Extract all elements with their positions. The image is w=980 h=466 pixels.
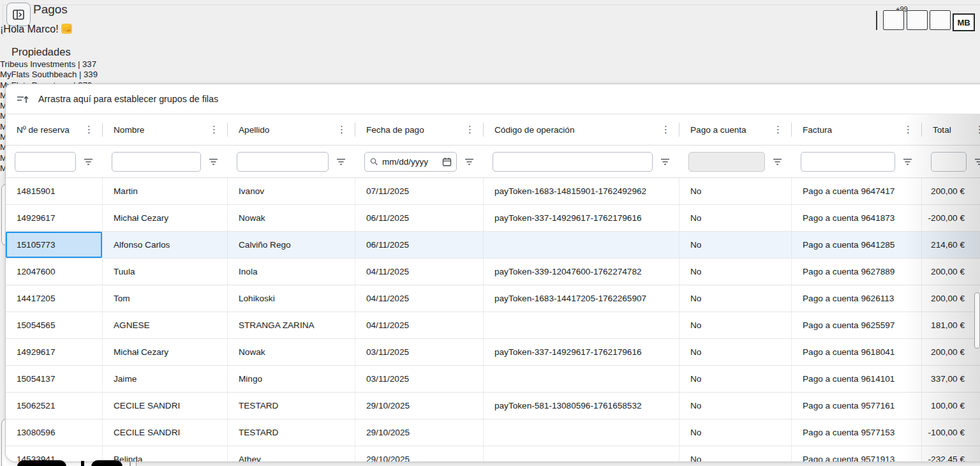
- user-avatar[interactable]: MB: [953, 13, 975, 31]
- column-header-reserva[interactable]: Nº de reserva⋮: [6, 114, 103, 145]
- column-menu-icon[interactable]: ⋮: [657, 124, 674, 135]
- table-row[interactable]: 15105773Alfonso CarlosCalviño Rego06/11/…: [6, 232, 980, 259]
- cell-codigo[interactable]: [484, 419, 679, 446]
- cell-codigo[interactable]: payToken-1683-14417205-1762265907: [484, 285, 679, 312]
- column-header-pago_cuenta[interactable]: Pago a cuenta⋮: [679, 114, 792, 145]
- calendar-icon[interactable]: [442, 157, 452, 167]
- vertical-scrollbar-thumb[interactable]: [974, 292, 980, 349]
- bottom-button-2[interactable]: [91, 460, 122, 466]
- cell-pago_cuenta[interactable]: No: [679, 393, 792, 419]
- cell-nombre[interactable]: AGNESE: [103, 312, 228, 338]
- cell-factura[interactable]: Pago a cuenta 9627889: [792, 259, 922, 285]
- table-row[interactable]: 14533941BelindaAthey29/10/2025NoPago a c…: [6, 446, 980, 462]
- cell-reserva[interactable]: 15054137: [6, 366, 103, 392]
- cell-reserva[interactable]: 12047600: [6, 259, 103, 285]
- filter-button-factura[interactable]: [902, 157, 913, 167]
- cell-apellido[interactable]: Athey: [228, 446, 355, 462]
- column-header-nombre[interactable]: Nombre⋮: [103, 114, 228, 145]
- cell-codigo[interactable]: [484, 446, 679, 462]
- filter-input-factura[interactable]: [801, 152, 895, 172]
- filter-button-reserva[interactable]: [83, 157, 94, 167]
- cell-reserva[interactable]: 13080596: [6, 419, 103, 446]
- cell-reserva[interactable]: 15105773: [6, 232, 103, 258]
- filter-button-pago_cuenta[interactable]: [772, 157, 783, 167]
- header-action-button-3[interactable]: [930, 10, 951, 30]
- cell-codigo[interactable]: payToken-337-14929617-1762179616: [484, 205, 679, 231]
- cell-nombre[interactable]: Jaime: [103, 366, 228, 392]
- cell-pago_cuenta[interactable]: No: [679, 339, 792, 365]
- cell-nombre[interactable]: Michał Cezary: [103, 339, 228, 365]
- cell-pago_cuenta[interactable]: No: [679, 446, 792, 462]
- table-row[interactable]: 13080596CECILE SANDRITESTARD29/10/2025No…: [6, 419, 980, 446]
- filter-input-codigo[interactable]: [493, 152, 653, 172]
- cell-reserva[interactable]: 15054565: [6, 312, 103, 338]
- cell-reserva[interactable]: 15062521: [6, 393, 103, 419]
- table-row[interactable]: 15062521CECILE SANDRITESTARD29/10/2025pa…: [6, 393, 980, 419]
- cell-total[interactable]: -100,00 €: [922, 419, 980, 446]
- cell-total[interactable]: 200,00 €: [922, 259, 980, 285]
- cell-nombre[interactable]: Martin: [103, 178, 228, 204]
- table-row[interactable]: 14929617Michał CezaryNowak06/11/2025payT…: [6, 205, 980, 232]
- property-item[interactable]: Tribeus Investments | 337: [0, 59, 98, 70]
- column-menu-icon[interactable]: ⋮: [769, 124, 787, 135]
- filter-input-total[interactable]: [931, 152, 967, 172]
- cell-nombre[interactable]: CECILE SANDRI: [103, 419, 228, 446]
- cell-codigo[interactable]: payToken-1683-14815901-1762492962: [484, 178, 679, 204]
- column-menu-icon[interactable]: ⋮: [971, 124, 980, 135]
- cell-fecha[interactable]: 07/11/2025: [355, 178, 484, 204]
- cell-fecha[interactable]: 04/11/2025: [355, 285, 484, 312]
- table-row[interactable]: 14929617Michał CezaryNowak03/11/2025payT…: [6, 339, 980, 366]
- cell-codigo[interactable]: [484, 232, 679, 258]
- filter-button-nombre[interactable]: [208, 157, 219, 167]
- cell-apellido[interactable]: Nowak: [228, 205, 355, 231]
- cell-total[interactable]: -200,00 €: [922, 205, 980, 231]
- cell-fecha[interactable]: 06/11/2025: [355, 232, 484, 258]
- filter-input-apellido[interactable]: [237, 152, 329, 172]
- cell-fecha[interactable]: 29/10/2025: [355, 393, 484, 419]
- cell-nombre[interactable]: Alfonso Carlos: [103, 232, 228, 258]
- cell-factura[interactable]: Pago a cuenta 9626113: [792, 285, 922, 312]
- filter-input-reserva[interactable]: [15, 152, 76, 172]
- cell-pago_cuenta[interactable]: No: [679, 285, 792, 312]
- table-row[interactable]: 14417205TomLohikoski04/11/2025payToken-1…: [6, 285, 980, 312]
- filter-button-fecha[interactable]: [464, 157, 475, 167]
- filter-button-apellido[interactable]: [336, 157, 346, 167]
- cell-factura[interactable]: Pago a cuenta 9614101: [792, 366, 922, 392]
- cell-codigo[interactable]: payToken-337-14929617-1762179616: [484, 339, 679, 365]
- cell-apellido[interactable]: Inola: [228, 259, 355, 285]
- cell-codigo[interactable]: [484, 312, 679, 338]
- cell-pago_cuenta[interactable]: No: [679, 259, 792, 285]
- cell-total[interactable]: 200,00 €: [922, 285, 980, 312]
- cell-pago_cuenta[interactable]: No: [679, 419, 792, 446]
- cell-total[interactable]: 337,00 €: [922, 366, 980, 392]
- column-header-apellido[interactable]: Apellido⋮: [228, 114, 355, 145]
- cell-pago_cuenta[interactable]: No: [679, 205, 792, 231]
- cell-apellido[interactable]: TESTARD: [228, 419, 355, 446]
- cell-nombre[interactable]: CECILE SANDRI: [103, 393, 228, 419]
- cell-codigo[interactable]: [484, 366, 679, 392]
- cell-nombre[interactable]: Michał Cezary: [103, 205, 228, 231]
- cell-factura[interactable]: Pago a cuenta 9641285: [792, 232, 922, 258]
- column-header-codigo[interactable]: Código de operación⋮: [484, 114, 679, 145]
- table-row[interactable]: 15054137JaimeMingo03/11/2025NoPago a cue…: [6, 366, 980, 393]
- cell-codigo[interactable]: payToken-581-13080596-1761658532: [484, 393, 679, 419]
- cell-apellido[interactable]: Ivanov: [228, 178, 355, 204]
- column-menu-icon[interactable]: ⋮: [461, 124, 479, 135]
- cell-pago_cuenta[interactable]: No: [679, 312, 792, 338]
- filter-input-nombre[interactable]: [112, 152, 201, 172]
- cell-pago_cuenta[interactable]: No: [679, 178, 792, 204]
- cell-nombre[interactable]: Tuula: [103, 259, 228, 285]
- bottom-button-1[interactable]: [17, 460, 66, 466]
- property-item[interactable]: MyFlats Southbeach | 339: [0, 70, 98, 80]
- cell-pago_cuenta[interactable]: No: [679, 366, 792, 392]
- cell-fecha[interactable]: 03/11/2025: [355, 366, 484, 392]
- cell-reserva[interactable]: 14929617: [6, 205, 103, 231]
- cell-factura[interactable]: Pago a cuenta 9618041: [792, 339, 922, 365]
- cell-reserva[interactable]: 14815901: [6, 178, 103, 204]
- column-menu-icon[interactable]: ⋮: [333, 124, 350, 135]
- cell-reserva[interactable]: 14929617: [6, 339, 103, 365]
- cell-factura[interactable]: Pago a cuenta 9641873: [792, 205, 922, 231]
- cell-codigo[interactable]: payToken-339-12047600-1762274782: [484, 259, 679, 285]
- cell-fecha[interactable]: 29/10/2025: [355, 419, 484, 446]
- sidebar-toggle-button[interactable]: [6, 3, 31, 26]
